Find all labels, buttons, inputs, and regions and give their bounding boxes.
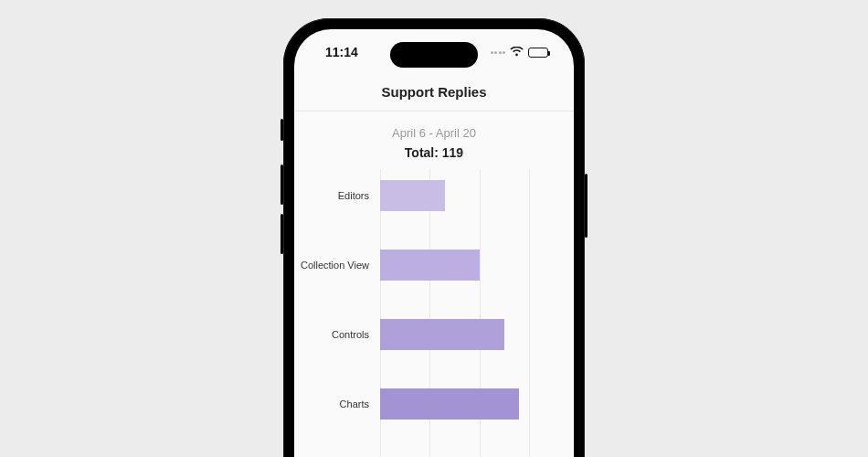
dynamic-island [390, 42, 478, 68]
chart-bar [380, 388, 519, 420]
category-label: Charts [300, 399, 375, 409]
status-right [491, 45, 549, 59]
chart-bar [380, 180, 445, 211]
chart-area: EditorsCollection ViewControlsChartsData… [294, 180, 574, 457]
silence-switch [281, 119, 283, 141]
status-time: 11:14 [325, 45, 358, 59]
date-range-label: April 6 - April 20 [294, 112, 574, 145]
total-label: Total: 119 [294, 145, 574, 180]
phone-frame: 11:14 Support Replies April 6 - April 20… [283, 18, 585, 457]
category-label: Collection View [300, 260, 375, 271]
chart-row: Charts [380, 388, 554, 420]
page-title: Support Replies [294, 75, 574, 112]
battery-icon [528, 48, 548, 58]
chart-bar [380, 250, 480, 281]
volume-up-button [281, 165, 283, 205]
phone-screen: 11:14 Support Replies April 6 - April 20… [294, 29, 574, 457]
chart-plot: EditorsCollection ViewControlsChartsData… [380, 180, 554, 457]
category-label: Editors [300, 190, 375, 201]
chart-row: Controls [380, 319, 554, 350]
cellular-icon [491, 51, 506, 54]
chart-row: Editors [380, 180, 554, 211]
app-content: Support Replies April 6 - April 20 Total… [294, 75, 574, 457]
category-label: Controls [300, 329, 375, 340]
volume-down-button [281, 214, 283, 254]
wifi-icon [510, 45, 524, 59]
chart-bar [380, 319, 504, 350]
chart-row: Collection View [380, 250, 554, 281]
power-button [585, 174, 587, 238]
